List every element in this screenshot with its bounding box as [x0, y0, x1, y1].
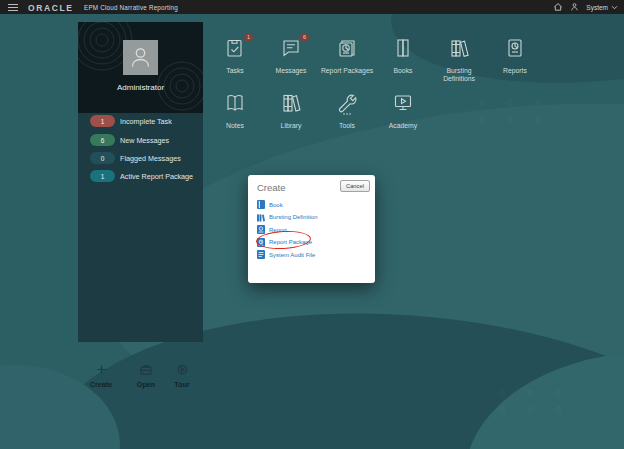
status-badge: 1: [90, 115, 115, 127]
academy-icon: [391, 91, 415, 115]
plus-icon: [96, 364, 107, 375]
notes-icon: [223, 91, 247, 115]
status-badge: 6: [90, 134, 115, 146]
create-item-bursting-definition[interactable]: Bursting Definition: [257, 212, 318, 223]
messages-icon: [279, 36, 303, 60]
status-incomplete-tasks[interactable]: 1 Incomplete Task: [90, 115, 203, 127]
create-item-system-audit-file[interactable]: System Audit File: [257, 249, 315, 260]
app-books[interactable]: Books: [375, 36, 431, 75]
top-bar: ORACLE EPM Cloud Narrative Reporting Sys…: [0, 0, 624, 14]
profile-panel: Administrator: [78, 22, 203, 113]
app-report-packages[interactable]: Report Packages: [319, 36, 375, 75]
status-new-messages[interactable]: 6 New Messages: [90, 134, 203, 146]
oracle-logo: ORACLE: [28, 3, 74, 13]
tour-icon: [177, 364, 188, 375]
user-menu-label: System: [586, 4, 608, 11]
app-library[interactable]: Library: [263, 91, 319, 130]
tools-icon: [335, 91, 359, 115]
tasks-badge: 1: [244, 33, 253, 42]
cancel-button[interactable]: Cancel: [340, 180, 370, 192]
app-bursting-definitions[interactable]: Bursting Definitions: [431, 36, 487, 84]
tour-button[interactable]: Tour: [164, 361, 200, 389]
open-icon: [140, 364, 152, 375]
user-menu[interactable]: System: [586, 4, 618, 11]
app-notes[interactable]: Notes: [207, 91, 263, 130]
bursting-definition-icon: [257, 213, 265, 222]
bg-digit-texture: 0 0 0 0 0 0: [500, 385, 567, 419]
person-icon: [123, 40, 158, 75]
dialog-title: Create: [257, 182, 286, 193]
app-messages[interactable]: 6 Messages: [263, 36, 319, 75]
profile-name: Administrator: [78, 83, 203, 92]
app-title: EPM Cloud Narrative Reporting: [84, 4, 178, 11]
report-icon: [257, 225, 265, 234]
status-badge: 1: [90, 170, 115, 182]
report-packages-icon: [335, 36, 359, 60]
bg-digit-texture: 0 0 0 0 0 0: [480, 95, 547, 129]
reports-icon: [503, 36, 527, 60]
bursting-definitions-icon: [447, 36, 471, 60]
sidebar: Administrator 1 Incomplete Task 6 New Me…: [78, 22, 203, 342]
status-flagged-messages[interactable]: 0 Flagged Messages: [90, 152, 203, 164]
app-reports[interactable]: Reports: [487, 36, 543, 75]
user-icon[interactable]: [570, 2, 579, 12]
status-badge: 0: [90, 152, 115, 164]
app-tasks[interactable]: 1 Tasks: [207, 36, 263, 75]
chevron-down-icon: [611, 5, 618, 10]
system-audit-file-icon: [257, 250, 265, 259]
tasks-icon: [223, 36, 247, 60]
open-button[interactable]: Open: [128, 361, 164, 389]
messages-badge: 6: [300, 33, 309, 42]
avatar[interactable]: [123, 40, 158, 75]
app-tools[interactable]: Tools: [319, 91, 375, 130]
hamburger-icon[interactable]: [8, 4, 18, 11]
book-icon: [257, 200, 265, 209]
library-icon: [279, 91, 303, 115]
home-icon[interactable]: [553, 2, 563, 12]
create-item-book[interactable]: Book: [257, 199, 283, 210]
status-active-report-package[interactable]: 1 Active Report Package: [90, 170, 203, 182]
status-panel: 1 Incomplete Task 6 New Messages 0 Flagg…: [78, 113, 203, 342]
create-dialog: Create Cancel Book Bursting Definition R…: [248, 175, 375, 283]
create-button[interactable]: Create: [83, 361, 119, 389]
app-academy[interactable]: Academy: [375, 91, 431, 130]
narrative-reporting-home: 0 0 0 0 0 0 0 0 0 0 0 0 ORACLE EPM Cloud…: [0, 0, 624, 449]
books-icon: [391, 36, 415, 60]
